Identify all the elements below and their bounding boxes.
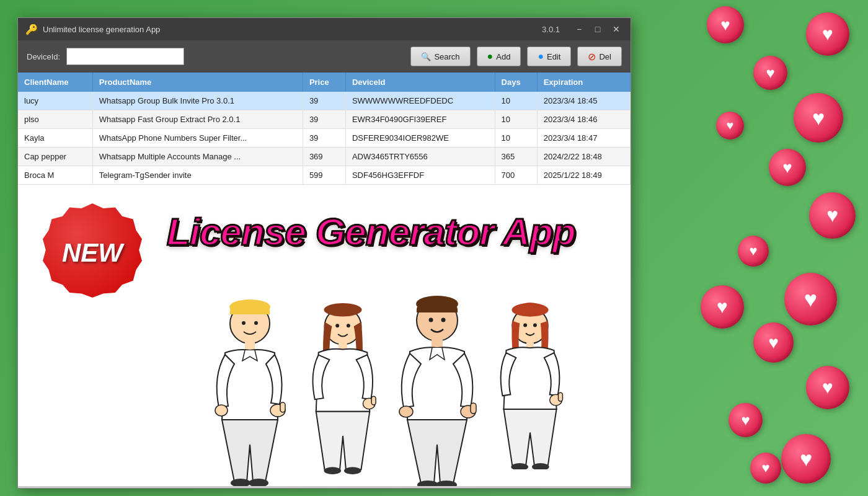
table-cell: 599	[303, 166, 345, 185]
svg-point-3	[254, 321, 258, 325]
table-cell: 39	[303, 129, 345, 148]
promo-title: License Generator App	[167, 210, 575, 254]
col-price: Price	[303, 73, 345, 92]
svg-point-17	[324, 467, 342, 474]
add-button[interactable]: ● Add	[477, 46, 521, 66]
deviceid-input[interactable]	[66, 48, 184, 65]
heart-bubble	[753, 56, 787, 90]
app-window: 🔑 Unlimited license generation App 3.0.1…	[17, 17, 631, 489]
search-label: Search	[434, 52, 459, 61]
new-badge-text: NEW	[62, 238, 123, 268]
heart-bubble	[701, 285, 744, 329]
heart-bubble	[728, 403, 763, 437]
edit-button[interactable]: ● Edit	[527, 46, 571, 66]
table-body: lucyWhatsapp Group Bulk Invite Pro 3.0.1…	[18, 92, 631, 185]
svg-point-32	[533, 324, 537, 327]
col-days: Days	[495, 73, 537, 92]
table-cell: 2023/3/4 18:46	[537, 110, 630, 129]
heart-bubble	[794, 93, 843, 143]
new-badge: NEW	[43, 203, 142, 303]
search-icon: 🔍	[421, 52, 431, 61]
svg-rect-6	[280, 402, 285, 412]
hearts-container	[707, 0, 868, 496]
svg-rect-35	[559, 392, 563, 401]
people-illustration	[142, 277, 631, 488]
new-badge-shape: NEW	[43, 203, 142, 303]
person-4	[495, 299, 566, 469]
table-cell: 2023/3/4 18:45	[537, 92, 630, 110]
table-cell: SDF456HG3EFFDF	[345, 166, 495, 185]
search-button[interactable]: 🔍 Search	[410, 46, 470, 66]
svg-point-21	[429, 318, 433, 322]
deviceid-label: DeviceId:	[27, 52, 60, 61]
table-cell: 2023/3/4 18:47	[537, 129, 630, 148]
table-row[interactable]: plsoWhatsapp Fast Group Extract Pro 2.0.…	[18, 110, 631, 129]
table-cell: Kayla	[18, 129, 92, 148]
data-table: ClientName ProductName Price DeviceId Da…	[18, 73, 631, 185]
svg-point-7	[215, 405, 228, 416]
table-cell: Whatsapp Multiple Accounts Manage ...	[92, 148, 303, 166]
svg-rect-25	[471, 403, 476, 414]
table-row[interactable]: lucyWhatsapp Group Bulk Invite Pro 3.0.1…	[18, 92, 631, 110]
table-cell: 700	[495, 166, 537, 185]
data-table-container: ClientName ProductName Price DeviceId Da…	[18, 73, 631, 185]
heart-bubble	[769, 149, 806, 186]
svg-point-31	[523, 324, 527, 327]
restore-button[interactable]: □	[591, 22, 604, 36]
col-expiration: Expiration	[537, 73, 630, 92]
toolbar: DeviceId: 🔍 Search ● Add ● Edit ⊘ Del	[18, 40, 631, 73]
heart-bubble	[809, 192, 856, 239]
del-label: Del	[599, 52, 611, 61]
svg-point-22	[441, 318, 446, 322]
table-cell: SWWWWWWREEDFDEDC	[345, 92, 495, 110]
table-cell: 39	[303, 110, 345, 129]
table-cell: 39	[303, 92, 345, 110]
close-button[interactable]: ✕	[609, 22, 623, 36]
table-cell: ADW3465TRTY6556	[345, 148, 495, 166]
table-cell: Whatsapp Group Bulk Invite Pro 3.0.1	[92, 92, 303, 110]
heart-bubble	[806, 12, 849, 56]
person-1	[206, 296, 293, 488]
svg-point-18	[344, 467, 361, 474]
title-bar: 🔑 Unlimited license generation App 3.0.1…	[18, 18, 631, 40]
svg-point-13	[347, 324, 350, 327]
table-cell: 10	[495, 92, 537, 110]
table-cell: Whatsapp Fast Group Extract Pro 2.0.1	[92, 110, 303, 129]
heart-bubble	[781, 434, 831, 484]
edit-label: Edit	[547, 52, 560, 61]
window-controls: − □ ✕	[572, 22, 623, 36]
heart-bubble	[738, 236, 769, 267]
version-label: 3.0.1	[542, 25, 560, 34]
table-cell: Telegram-TgSender invite	[92, 166, 303, 185]
add-icon: ●	[487, 51, 494, 62]
window-title: Unlimited license generation App	[43, 25, 542, 34]
table-cell: 2025/1/22 18:49	[537, 166, 630, 185]
del-icon: ⊘	[588, 51, 596, 63]
col-deviceid: DeviceId	[345, 73, 495, 92]
table-row[interactable]: Broca MTelegram-TgSender invite599SDF456…	[18, 166, 631, 185]
table-cell: Cap pepper	[18, 148, 92, 166]
table-cell: DSFERE9034IOER982WE	[345, 129, 495, 148]
col-clientname: ClientName	[18, 73, 92, 92]
table-cell: plso	[18, 110, 92, 129]
minimize-button[interactable]: −	[572, 22, 586, 36]
table-row[interactable]: Cap pepperWhatsapp Multiple Accounts Man…	[18, 148, 631, 166]
table-cell: lucy	[18, 92, 92, 110]
table-cell: WhatsApp Phone Numbers Super Filter...	[92, 129, 303, 148]
edit-icon: ●	[538, 51, 544, 62]
heart-bubble	[716, 112, 744, 140]
table-cell: 10	[495, 110, 537, 129]
promo-area: NEW License Generator App	[18, 185, 631, 488]
svg-point-2	[242, 321, 246, 325]
table-cell: 369	[303, 148, 345, 166]
table-header: ClientName ProductName Price DeviceId Da…	[18, 73, 631, 92]
heart-bubble	[750, 453, 781, 484]
svg-rect-16	[371, 396, 376, 405]
del-button[interactable]: ⊘ Del	[577, 46, 622, 66]
person-3	[392, 293, 482, 488]
person-2	[306, 299, 380, 476]
svg-point-26	[399, 406, 413, 417]
table-cell: 365	[495, 148, 537, 166]
table-cell: Broca M	[18, 166, 92, 185]
table-row[interactable]: KaylaWhatsApp Phone Numbers Super Filter…	[18, 129, 631, 148]
